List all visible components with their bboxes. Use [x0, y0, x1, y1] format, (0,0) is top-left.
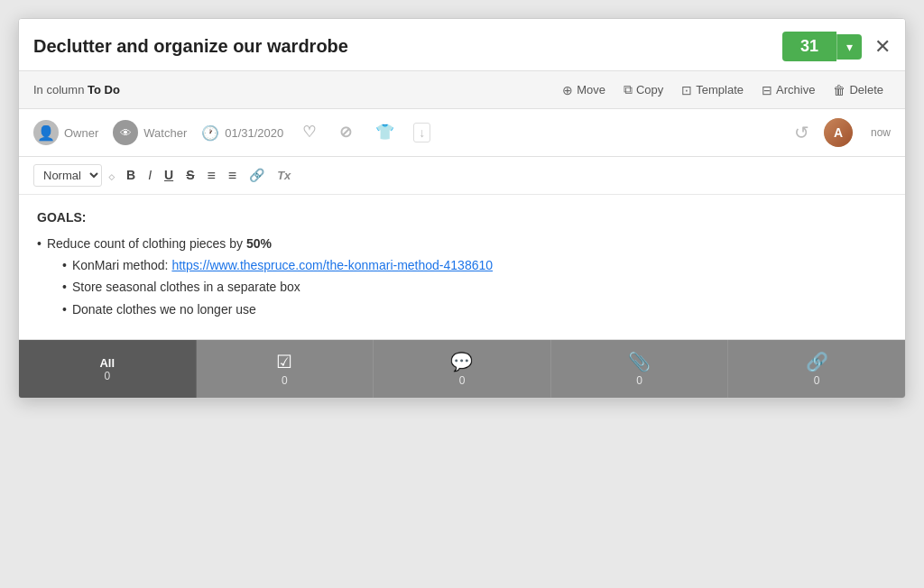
tab-all-label: All [99, 356, 115, 370]
close-button[interactable]: ✕ [874, 37, 891, 57]
user-avatar: A [824, 118, 853, 147]
sub-bullet-3-text: Donate clothes we no longer use [72, 299, 256, 319]
sub-bullet-dot-2: • [62, 277, 67, 297]
task-number: 31 [782, 32, 836, 61]
tab-links-count: 0 [814, 374, 820, 387]
editor-toolbar: Normal ⬦ B I U S ≡ ≡ 🔗 Tx [19, 157, 905, 195]
italic-button[interactable]: I [143, 165, 156, 186]
priority-button[interactable]: ↓ [413, 123, 430, 143]
owner-label: Owner [64, 126, 98, 140]
history-button[interactable]: ↺ [794, 122, 809, 143]
sub-bullet-1-text: KonMari method: https://www.thespruce.co… [72, 255, 493, 275]
archive-button[interactable]: ⊟ Archive [754, 79, 822, 101]
template-label: Template [696, 83, 744, 96]
copy-icon: ⧉ [624, 82, 633, 97]
tab-all-count: 0 [104, 370, 110, 382]
meta-row: 👤 Owner 👁 Watcher 🕐 01/31/2020 ♡ ⊘ 👕 ↓ ↺… [19, 109, 905, 157]
badge-dropdown-btn[interactable]: ▾ [836, 34, 862, 60]
ordered-list-button[interactable]: ≡ [202, 164, 219, 187]
link-button[interactable]: 🔗 [245, 165, 269, 186]
sub-bullet-2-text: Store seasonal clothes in a separate box [72, 277, 300, 297]
bullet-1-text: Reduce count of clothing pieces by 50% [47, 234, 272, 253]
sub-bullet-3: • Donate clothes we no longer use [62, 299, 887, 319]
bullet-1-bold: 50% [246, 236, 272, 251]
archive-label: Archive [776, 83, 815, 96]
template-icon: ⊡ [681, 83, 692, 97]
column-info: In column To Do [33, 83, 541, 96]
watcher-field[interactable]: 👁 Watcher [113, 120, 187, 145]
attachments-icon: 📎 [628, 351, 651, 372]
column-name: To Do [88, 83, 120, 96]
copy-button[interactable]: ⧉ Copy [616, 78, 670, 101]
move-label: Move [577, 83, 605, 96]
archive-icon: ⊟ [762, 83, 772, 97]
tab-comments-count: 0 [459, 374, 466, 387]
format-select[interactable]: Normal [33, 164, 102, 187]
watcher-icon: 👁 [113, 120, 138, 145]
unordered-list-button[interactable]: ≡ [224, 164, 241, 187]
like-button[interactable]: ♡ [298, 121, 320, 144]
underline-button[interactable]: U [160, 165, 178, 186]
column-prefix: In column [33, 83, 84, 96]
delete-button[interactable]: 🗑 Delete [826, 79, 891, 101]
timestamp: now [871, 126, 891, 139]
move-button[interactable]: ⊕ Move [555, 79, 613, 101]
tab-comments[interactable]: 💬 0 [374, 340, 551, 398]
delete-icon: 🗑 [833, 83, 845, 97]
konmari-link[interactable]: https://www.thespruce.com/the-konmari-me… [171, 258, 493, 272]
template-button[interactable]: ⊡ Template [674, 79, 751, 101]
date-field[interactable]: 🕐 01/31/2020 [201, 124, 283, 142]
goals-heading: GOALS: [37, 207, 887, 227]
comments-icon: 💬 [450, 351, 473, 372]
sub-bullet-dot-3: • [62, 299, 67, 319]
strikethrough-button[interactable]: S [181, 165, 199, 186]
watcher-label: Watcher [143, 126, 187, 140]
sub-bullet-2: • Store seasonal clothes in a separate b… [62, 277, 887, 297]
tab-attachments[interactable]: 📎 0 [551, 340, 729, 398]
editor-content[interactable]: GOALS: • Reduce count of clothing pieces… [19, 195, 905, 340]
sub-bullet-1: • KonMari method: https://www.thespruce.… [62, 255, 887, 275]
tasks-icon: ☑ [276, 351, 292, 372]
clock-icon: 🕐 [201, 124, 219, 142]
owner-icon: 👤 [33, 120, 59, 145]
block-button[interactable]: ⊘ [335, 121, 356, 144]
task-title: Declutter and organize our wardrobe [33, 36, 348, 57]
tab-tasks-count: 0 [282, 374, 288, 387]
avatar-image: A [824, 118, 853, 147]
tab-links[interactable]: 🔗 0 [728, 340, 905, 398]
bottom-tabs: All 0 ☑ 0 💬 0 📎 0 🔗 0 [19, 340, 905, 398]
bullet-1: • Reduce count of clothing pieces by 50% [37, 234, 887, 253]
modal-header: Declutter and organize our wardrobe 31 ▾… [19, 19, 905, 71]
bold-button[interactable]: B [122, 165, 140, 186]
links-icon: 🔗 [806, 351, 828, 372]
tab-tasks[interactable]: ☑ 0 [197, 340, 374, 398]
task-modal: Declutter and organize our wardrobe 31 ▾… [18, 18, 906, 399]
header-right: 31 ▾ ✕ [782, 32, 891, 61]
toolbar-actions: ⊕ Move ⧉ Copy ⊡ Template ⊟ Archive 🗑 Del… [555, 78, 891, 101]
date-value: 01/31/2020 [225, 126, 283, 140]
copy-label: Copy [636, 83, 663, 96]
tab-attachments-count: 0 [636, 374, 642, 387]
tab-all[interactable]: All 0 [19, 340, 197, 398]
sub-bullet-dot-1: • [62, 255, 67, 275]
owner-field[interactable]: 👤 Owner [33, 120, 98, 145]
tshirt-button[interactable]: 👕 [371, 121, 399, 144]
task-toolbar: In column To Do ⊕ Move ⧉ Copy ⊡ Template… [19, 71, 905, 109]
clear-format-button[interactable]: Tx [273, 166, 295, 186]
delete-label: Delete [849, 83, 883, 96]
bullet-dot-1: • [37, 234, 42, 253]
move-icon: ⊕ [562, 83, 573, 97]
